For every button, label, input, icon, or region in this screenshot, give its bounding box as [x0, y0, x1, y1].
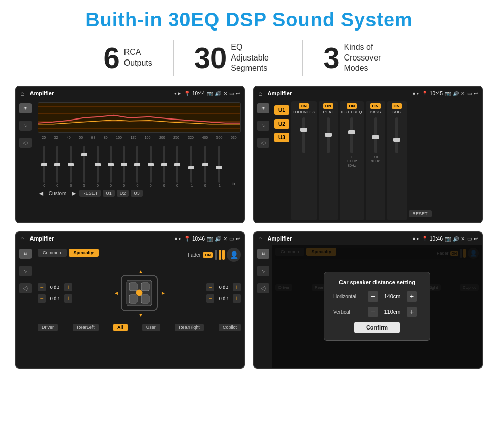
dist-vertical-minus-button[interactable]: −: [368, 307, 378, 317]
amp-u2-button[interactable]: U2: [274, 119, 289, 129]
fader-tab-specialty[interactable]: Specialty: [69, 249, 99, 257]
eq-slider-thumb-14[interactable]: [216, 166, 222, 169]
dist-confirm-button[interactable]: Confirm: [354, 322, 400, 333]
fader-sidebar-wave-icon[interactable]: ∿: [19, 266, 32, 276]
amp-back-icon[interactable]: ↩: [474, 91, 478, 96]
amp-sidebar-speaker-icon[interactable]: ◁): [257, 138, 269, 148]
fader-rearright-button[interactable]: RearRight: [175, 324, 204, 331]
eq-slider-thumb-9[interactable]: [148, 163, 154, 166]
eq-slider-track-5[interactable]: [97, 146, 99, 183]
eq-freq-320: 320: [188, 136, 194, 139]
eq-slider-thumb-10[interactable]: [161, 163, 167, 166]
eq-u2-button[interactable]: U2: [117, 190, 129, 197]
dist-modal-title: Car speaker distance setting: [333, 279, 421, 285]
amp-phat-thumb[interactable]: [325, 133, 332, 137]
eq-slider-thumb-13[interactable]: [202, 163, 208, 166]
fader-user-button[interactable]: User: [142, 324, 160, 331]
amp-sidebar-wave-icon[interactable]: ∿: [257, 121, 269, 131]
amp-bass-thumb[interactable]: [372, 135, 379, 139]
eq-next-button[interactable]: ►: [70, 189, 77, 197]
eq-slider-track-11[interactable]: [176, 146, 178, 183]
eq-slider-thumb-2[interactable]: [54, 163, 60, 166]
fader-home-icon[interactable]: ⌂: [20, 234, 24, 243]
amp-sub-slider[interactable]: [395, 117, 398, 153]
fader-copilot-button[interactable]: Copilot: [219, 324, 241, 331]
amp-bass-slider[interactable]: [374, 117, 377, 153]
amp-u1-button[interactable]: U1: [274, 105, 289, 115]
eq-slider-thumb-4[interactable]: [81, 153, 87, 156]
dist-sidebar-wave-icon[interactable]: ∿: [257, 266, 269, 276]
eq-reset-button[interactable]: RESET: [79, 190, 101, 197]
eq-u1-button[interactable]: U1: [103, 190, 115, 197]
fader-user-icon[interactable]: 👤: [227, 248, 241, 262]
eq-slider-track-14[interactable]: [218, 146, 220, 183]
eq-back-icon[interactable]: ↩: [236, 91, 240, 96]
eq-val-8: 0: [136, 184, 138, 187]
eq-slider-thumb-7[interactable]: [121, 163, 127, 166]
fader-hslider-3[interactable]: [222, 250, 225, 260]
eq-slider-track-3[interactable]: [70, 146, 72, 183]
eq-slider-track-4[interactable]: [83, 146, 85, 183]
fader-rearleft-button[interactable]: RearLeft: [73, 324, 99, 331]
amp-reset-button[interactable]: RESET: [409, 210, 432, 217]
eq-u3-button[interactable]: U3: [131, 190, 143, 197]
eq-slider-track-13[interactable]: [204, 146, 206, 183]
fader-db-plus-3[interactable]: +: [233, 283, 241, 291]
amp-cutfreq-thumb[interactable]: [348, 130, 355, 134]
eq-sidebar-wave-icon[interactable]: ∿: [19, 121, 32, 131]
fader-sidebar-eq-icon[interactable]: ≋: [19, 249, 32, 259]
fader-hslider-1[interactable]: [215, 250, 217, 260]
amp-sub-thumb[interactable]: [393, 138, 400, 142]
eq-slider-thumb-3[interactable]: [68, 163, 74, 166]
eq-sidebar-eq-icon[interactable]: ≋: [19, 103, 32, 113]
fader-db-row-4: − 0 dB +: [206, 294, 241, 303]
eq-slider-thumb-12[interactable]: [188, 166, 194, 169]
amp-phat-slider[interactable]: [327, 117, 330, 153]
fader-db-plus-1[interactable]: +: [64, 283, 72, 291]
amp-cutfreq-slider[interactable]: [350, 117, 353, 153]
dist-vertical-plus-button[interactable]: +: [407, 307, 417, 317]
eq-slider-track-2[interactable]: [56, 146, 58, 183]
fader-driver-button[interactable]: Driver: [38, 324, 58, 331]
eq-slider-thumb-8[interactable]: [134, 163, 140, 166]
dist-horizontal-minus-button[interactable]: −: [368, 291, 378, 302]
dist-sidebar-speaker-icon[interactable]: ◁): [257, 283, 269, 293]
eq-more-icon[interactable]: »: [232, 180, 235, 187]
fader-db-plus-4[interactable]: +: [233, 294, 241, 303]
eq-slider-track-7[interactable]: [123, 146, 125, 183]
fader-db-val-4: 0 dB: [216, 296, 231, 301]
eq-slider-track-9[interactable]: [150, 146, 152, 183]
fader-db-minus-2[interactable]: −: [38, 294, 46, 303]
eq-slider-track-10[interactable]: [163, 146, 165, 183]
fader-db-minus-4[interactable]: −: [206, 294, 214, 303]
amp-loudness-slider[interactable]: [302, 117, 305, 153]
eq-slider-thumb-5[interactable]: [95, 163, 101, 166]
fader-db-minus-3[interactable]: −: [206, 283, 214, 291]
amp-loudness-thumb[interactable]: [300, 128, 307, 132]
eq-sidebar-speaker-icon[interactable]: ◁): [19, 138, 32, 148]
eq-slider-thumb-6[interactable]: [108, 163, 114, 166]
eq-slider-thumb-11[interactable]: [174, 163, 180, 166]
dist-home-icon[interactable]: ⌂: [258, 234, 262, 243]
eq-slider-thumb-1[interactable]: [41, 163, 47, 166]
amp-sidebar-eq-icon[interactable]: ≋: [257, 103, 269, 113]
fader-hslider-2[interactable]: [219, 250, 221, 260]
dist-horizontal-plus-button[interactable]: +: [407, 291, 417, 302]
dist-sidebar-eq-icon[interactable]: ≋: [257, 249, 269, 259]
fader-all-button[interactable]: All: [113, 324, 128, 331]
fader-tab-common[interactable]: Common: [38, 249, 67, 257]
amp-u3-button[interactable]: U3: [274, 133, 289, 142]
eq-slider-track-8[interactable]: [136, 146, 138, 183]
dist-topbar-icons: 📍 10:46 📷 🔊 ✕ ▭ ↩: [422, 236, 478, 242]
dist-back-icon[interactable]: ↩: [474, 236, 478, 242]
eq-slider-track-1[interactable]: [43, 146, 45, 183]
amp-home-icon[interactable]: ⌂: [258, 89, 262, 97]
eq-home-icon[interactable]: ⌂: [20, 89, 24, 97]
eq-slider-track-6[interactable]: [110, 146, 112, 183]
fader-db-plus-2[interactable]: +: [64, 294, 72, 303]
fader-back-icon[interactable]: ↩: [236, 236, 240, 242]
eq-slider-track-12[interactable]: [190, 146, 192, 183]
eq-prev-button[interactable]: ◄: [38, 189, 45, 197]
fader-db-minus-1[interactable]: −: [38, 283, 46, 291]
fader-sidebar-speaker-icon[interactable]: ◁): [19, 283, 32, 293]
